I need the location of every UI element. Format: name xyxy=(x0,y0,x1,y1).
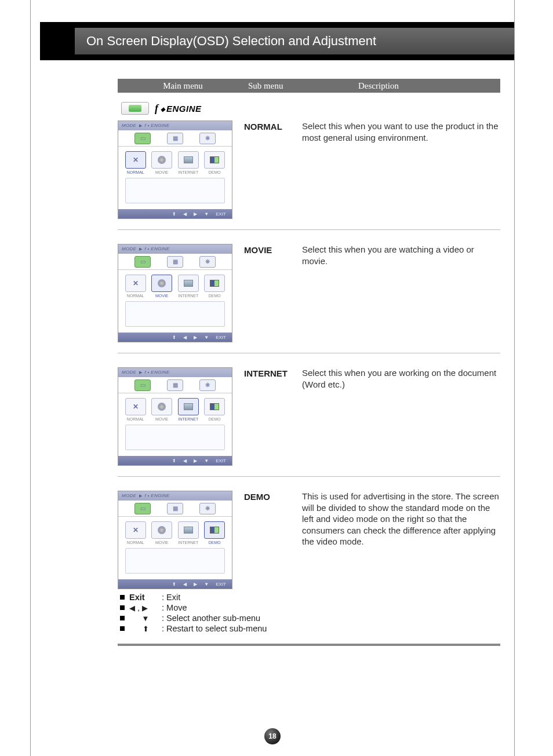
mode-internet-label: INTERNET xyxy=(177,294,200,298)
engine-icon xyxy=(121,102,149,115)
osd-nav-bar: ⬆ ◀ ▶ ▼ EXIT xyxy=(118,209,232,218)
bottom-rule xyxy=(118,644,500,646)
header-main-menu: Main menu xyxy=(118,81,248,91)
mode-internet-icon xyxy=(178,275,199,292)
tab-icon-engine: ▭ xyxy=(134,503,151,514)
tab-icon-engine: ▭ xyxy=(134,379,151,391)
mode-normal-label: NORMAL xyxy=(124,294,147,298)
mode-movie-label: MOVIE xyxy=(151,540,174,545)
mode-movie-label: MOVIE xyxy=(151,294,174,298)
mode-movie-icon xyxy=(151,275,172,292)
mode-demo-label: DEMO xyxy=(203,417,227,421)
page-number: 18 xyxy=(264,728,281,744)
osd-nav-bar: ⬆ ◀ ▶ ▼ EXIT xyxy=(118,456,232,465)
nav-right-icon: ▶ xyxy=(194,458,197,463)
section-internet: MODE ▶ f • ENGINE ▭ ▦ ❋ ✕NORMAL MOVIE IN… xyxy=(118,364,500,476)
nav-up-icon: ⬆ xyxy=(172,458,176,463)
tab-icon-engine: ▭ xyxy=(134,133,151,144)
divider xyxy=(118,353,500,353)
tab-icon-3: ❋ xyxy=(199,379,216,391)
osd-nav-bar: ⬆ ◀ ▶ ▼ EXIT xyxy=(118,333,232,342)
mode-normal-icon: ✕ xyxy=(125,398,146,415)
mode-internet-label: INTERNET xyxy=(177,540,200,545)
mode-demo-label: DEMO xyxy=(203,294,227,298)
title-bar: On Screen Display(OSD) Selection and Adj… xyxy=(40,22,514,60)
submenu-movie: MOVIE xyxy=(244,244,290,342)
divider xyxy=(118,476,500,477)
legend-move-desc: : Move xyxy=(162,603,187,612)
nav-down-icon: ▼ xyxy=(204,211,209,217)
button-legend: Exit: Exit ◀ , ▶: Move ▼: Select another… xyxy=(120,593,500,633)
content-area: Main menu Sub menu Description f◆ENGINE … xyxy=(118,79,500,646)
osd-breadcrumb: MODE ▶ f • ENGINE xyxy=(118,368,232,377)
header-sub-menu: Sub menu xyxy=(248,81,358,91)
section-demo: MODE ▶ f • ENGINE ▭ ▦ ❋ ✕NORMAL MOVIE IN… xyxy=(118,487,500,591)
mode-normal-icon: ✕ xyxy=(125,521,146,539)
submenu-demo: DEMO xyxy=(244,491,290,589)
mode-demo-label: DEMO xyxy=(203,540,227,545)
submenu-normal: NORMAL xyxy=(244,120,290,219)
mode-internet-icon xyxy=(178,521,199,539)
mode-demo-icon xyxy=(204,398,225,415)
nav-down-icon: ▼ xyxy=(204,458,209,463)
nav-right-icon: ▶ xyxy=(194,211,197,217)
section-movie: MODE ▶ f • ENGINE ▭ ▦ ❋ ✕NORMAL MOVIE IN… xyxy=(118,240,500,353)
mode-normal-label: NORMAL xyxy=(124,417,147,421)
mode-normal-icon: ✕ xyxy=(125,151,146,169)
nav-left-icon: ◀ xyxy=(183,582,187,587)
nav-up-icon: ⬆ xyxy=(172,335,176,340)
desc-normal: Select this when you want to use the pro… xyxy=(302,120,500,219)
osd-breadcrumb: MODE ▶ f • ENGINE xyxy=(118,121,232,130)
osd-screenshot-normal: MODE ▶ f • ENGINE ▭ ▦ ❋ ✕NORMAL MOVIE IN… xyxy=(118,120,232,219)
tab-icon-2: ▦ xyxy=(167,379,183,391)
mode-internet-icon xyxy=(178,398,199,415)
osd-screenshot-demo: MODE ▶ f • ENGINE ▭ ▦ ❋ ✕NORMAL MOVIE IN… xyxy=(118,491,232,589)
engine-badge: f◆ENGINE xyxy=(121,102,500,115)
mode-movie-icon xyxy=(151,398,172,415)
tab-icon-3: ❋ xyxy=(199,256,216,268)
mode-demo-icon xyxy=(204,521,225,539)
nav-exit-label: EXIT xyxy=(216,582,226,587)
tab-icon-2: ▦ xyxy=(167,503,183,514)
mode-demo-icon xyxy=(204,151,225,169)
divider xyxy=(118,229,500,230)
triangle-down-icon: ▼ xyxy=(142,614,150,623)
nav-down-icon: ▼ xyxy=(204,582,209,587)
desc-internet: Select this when you are working on the … xyxy=(302,367,500,466)
triangle-right-icon: ▶ xyxy=(142,604,148,612)
mode-internet-label: INTERNET xyxy=(177,170,200,174)
tab-icon-2: ▦ xyxy=(167,256,183,268)
nav-exit-label: EXIT xyxy=(216,335,226,340)
tab-icon-3: ❋ xyxy=(199,133,216,144)
mode-internet-icon xyxy=(178,151,199,169)
tab-icon-2: ▦ xyxy=(167,133,183,144)
desc-demo: This is used for advertising in the stor… xyxy=(302,491,500,589)
tab-icon-3: ❋ xyxy=(199,503,216,514)
legend-exit-key: Exit xyxy=(129,593,162,602)
return-up-icon: ⬆ xyxy=(143,624,149,633)
triangle-left-icon: ◀ xyxy=(129,604,135,612)
engine-label: f◆ENGINE xyxy=(155,103,202,115)
submenu-internet: INTERNET xyxy=(244,367,290,466)
legend-down-desc: : Select another sub-menu xyxy=(162,613,260,623)
osd-nav-bar: ⬆ ◀ ▶ ▼ EXIT xyxy=(118,579,232,589)
nav-exit-label: EXIT xyxy=(216,458,226,463)
mode-movie-label: MOVIE xyxy=(151,170,174,174)
desc-movie: Select this when you are watching a vide… xyxy=(302,244,500,342)
nav-left-icon: ◀ xyxy=(183,335,187,340)
legend-up-desc: : Restart to select sub-menu xyxy=(162,624,267,633)
osd-breadcrumb: MODE ▶ f • ENGINE xyxy=(118,491,232,501)
osd-screenshot-movie: MODE ▶ f • ENGINE ▭ ▦ ❋ ✕NORMAL MOVIE IN… xyxy=(118,244,232,342)
tab-icon-engine: ▭ xyxy=(134,256,151,268)
nav-right-icon: ▶ xyxy=(194,582,197,587)
mode-normal-label: NORMAL xyxy=(124,170,147,174)
page-frame: On Screen Display(OSD) Selection and Adj… xyxy=(30,0,515,756)
nav-up-icon: ⬆ xyxy=(172,211,176,217)
nav-left-icon: ◀ xyxy=(183,458,187,463)
page-title: On Screen Display(OSD) Selection and Adj… xyxy=(75,28,514,54)
nav-exit-label: EXIT xyxy=(216,211,226,217)
nav-left-icon: ◀ xyxy=(183,211,187,217)
table-header: Main menu Sub menu Description xyxy=(118,79,500,93)
mode-movie-icon xyxy=(151,521,172,539)
section-normal: MODE ▶ f • ENGINE ▭ ▦ ❋ ✕NORMAL MOVIE IN… xyxy=(118,117,500,229)
